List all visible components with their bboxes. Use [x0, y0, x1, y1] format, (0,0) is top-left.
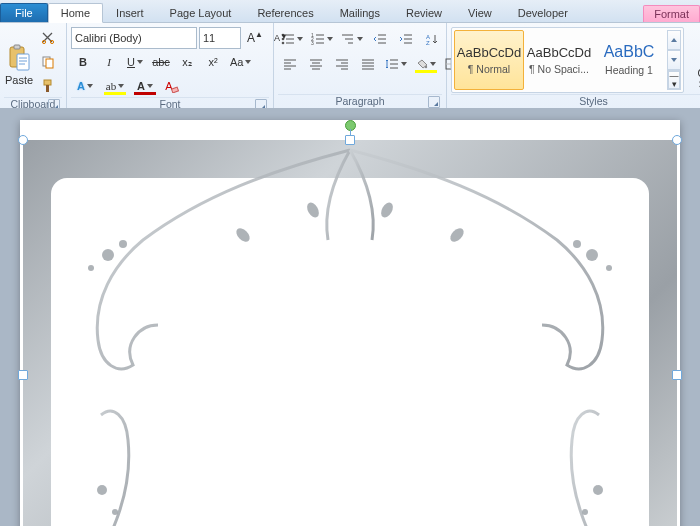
resize-handle-n[interactable]	[345, 135, 355, 145]
resize-handle-ne[interactable]	[672, 135, 682, 145]
gallery-up-button[interactable]	[667, 30, 681, 50]
eraser-icon	[171, 85, 179, 93]
chevron-down-icon	[357, 37, 363, 41]
style-preview: AaBbC	[604, 43, 655, 61]
chevron-down-icon	[118, 84, 124, 88]
ribbon-tabs: File Home Insert Page Layout References …	[0, 0, 700, 22]
tab-file[interactable]: File	[0, 3, 48, 22]
svg-text:Z: Z	[426, 40, 430, 45]
group-label-styles: Styles	[451, 94, 700, 109]
svg-point-26	[606, 265, 612, 271]
copy-button[interactable]	[36, 51, 60, 73]
chevron-down-icon	[147, 84, 153, 88]
cut-button[interactable]	[36, 27, 60, 49]
shading-button[interactable]	[412, 53, 440, 75]
tab-review[interactable]: Review	[393, 3, 455, 22]
svg-point-30	[593, 485, 603, 495]
resize-handle-e[interactable]	[672, 370, 682, 380]
style-name: ¶ Normal	[468, 63, 510, 75]
justify-button[interactable]	[356, 53, 380, 75]
chevron-up-icon	[671, 38, 677, 42]
tab-page-layout[interactable]: Page Layout	[157, 3, 245, 22]
chevron-down-icon	[297, 37, 303, 41]
tab-references[interactable]: References	[244, 3, 326, 22]
svg-point-34	[234, 226, 252, 244]
tab-insert[interactable]: Insert	[103, 3, 157, 22]
group-label-paragraph: Paragraph	[278, 94, 442, 109]
italic-button[interactable]: I	[97, 51, 121, 73]
numbering-button[interactable]: 123	[308, 28, 336, 50]
svg-text:3: 3	[311, 40, 314, 45]
ribbon: Paste Clipboard Calibri (Body) 11 A▲ A▼	[0, 22, 700, 110]
format-painter-button[interactable]	[36, 75, 60, 97]
change-styles-button[interactable]: AA Chang Styles	[690, 27, 700, 93]
superscript-button[interactable]: x²	[201, 51, 225, 73]
page[interactable]	[20, 120, 680, 526]
style-no-spacing[interactable]: AaBbCcDd ¶ No Spaci...	[524, 30, 594, 90]
paragraph-dialog-launcher[interactable]	[428, 96, 440, 108]
multilevel-icon	[341, 33, 355, 45]
align-center-icon	[309, 58, 323, 70]
multilevel-list-button[interactable]	[338, 28, 366, 50]
line-spacing-icon	[385, 58, 399, 70]
svg-point-33	[379, 201, 396, 220]
align-left-icon	[283, 58, 297, 70]
indent-icon	[399, 33, 413, 45]
paste-button[interactable]: Paste	[4, 25, 34, 91]
font-size-select[interactable]: 11	[199, 27, 241, 49]
font-name-select[interactable]: Calibri (Body)	[71, 27, 197, 49]
align-right-button[interactable]	[330, 53, 354, 75]
font-color-button[interactable]: A	[131, 75, 159, 97]
change-case-button[interactable]: Aa	[227, 51, 254, 73]
swirl-ornament-icon	[23, 140, 677, 526]
svg-point-28	[97, 485, 107, 495]
svg-rect-1	[14, 45, 20, 49]
sort-button[interactable]: AZ	[420, 28, 444, 50]
gallery-more-button[interactable]: —▾	[667, 70, 681, 90]
chevron-down-icon	[430, 62, 436, 66]
gallery-scroll: —▾	[667, 30, 681, 90]
tab-developer[interactable]: Developer	[505, 3, 581, 22]
svg-point-22	[102, 249, 114, 261]
align-center-button[interactable]	[304, 53, 328, 75]
svg-rect-9	[171, 87, 178, 93]
sort-icon: AZ	[426, 33, 438, 45]
word-window: File Home Insert Page Layout References …	[0, 0, 700, 526]
tab-format[interactable]: Format	[643, 5, 700, 22]
svg-point-29	[112, 509, 118, 515]
grow-font-button[interactable]: A▲	[243, 27, 267, 49]
chevron-down-icon	[137, 60, 143, 64]
underline-button[interactable]: U	[123, 51, 147, 73]
subscript-button[interactable]: x₂	[175, 51, 199, 73]
tab-mailings[interactable]: Mailings	[327, 3, 393, 22]
style-preview: AaBbCcDd	[457, 45, 521, 60]
increase-indent-button[interactable]	[394, 28, 418, 50]
resize-handle-nw[interactable]	[18, 135, 28, 145]
gallery-down-button[interactable]	[667, 50, 681, 70]
align-right-icon	[335, 58, 349, 70]
highlight-button[interactable]: ab	[101, 75, 129, 97]
tab-home[interactable]: Home	[48, 3, 103, 23]
decrease-indent-button[interactable]	[368, 28, 392, 50]
style-heading-1[interactable]: AaBbC Heading 1	[594, 30, 664, 90]
text-effects-button[interactable]: A	[71, 75, 99, 97]
paintbrush-icon	[41, 79, 55, 93]
decorative-frame-artwork	[23, 140, 677, 526]
align-left-button[interactable]	[278, 53, 302, 75]
strikethrough-button[interactable]: abc	[149, 51, 173, 73]
bucket-icon	[416, 59, 428, 69]
svg-rect-2	[17, 54, 29, 70]
style-normal[interactable]: AaBbCcDd ¶ Normal	[454, 30, 524, 90]
line-spacing-button[interactable]	[382, 53, 410, 75]
bold-button[interactable]: B	[71, 51, 95, 73]
chevron-down-icon	[245, 60, 251, 64]
resize-handle-w[interactable]	[18, 370, 28, 380]
selected-picture[interactable]	[23, 140, 677, 526]
svg-point-32	[305, 201, 322, 220]
svg-point-31	[582, 509, 588, 515]
tab-view[interactable]: View	[455, 3, 505, 22]
document-area[interactable]	[0, 108, 700, 526]
svg-point-23	[88, 265, 94, 271]
clear-formatting-button[interactable]: A	[161, 75, 185, 97]
styles-gallery[interactable]: AaBbCcDd ¶ Normal AaBbCcDd ¶ No Spaci...…	[451, 27, 684, 93]
